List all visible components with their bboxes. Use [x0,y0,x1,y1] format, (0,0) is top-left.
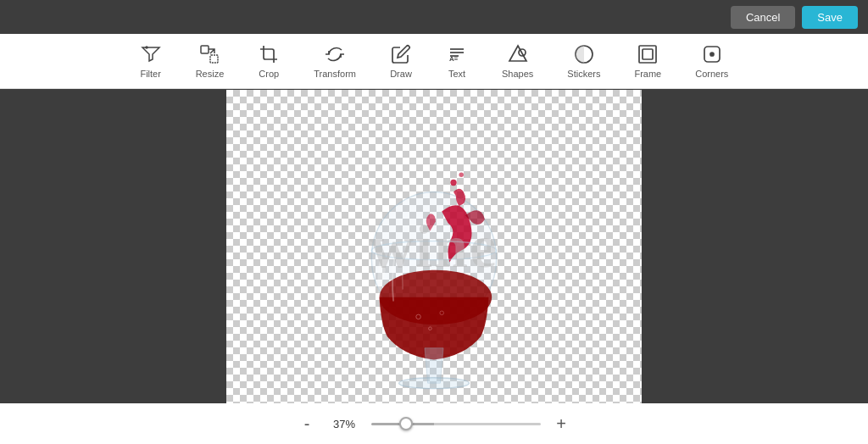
text-icon: A≡ [446,43,468,65]
stickers-icon [573,43,595,65]
svg-point-0 [146,47,147,48]
svg-point-16 [450,179,456,185]
image-container: wine [226,90,642,403]
tool-frame[interactable]: Frame [629,40,666,82]
frame-label: Frame [634,69,661,79]
tool-transform[interactable]: Transform [309,40,361,82]
resize-icon [198,43,220,65]
corners-label: Corners [695,69,728,79]
draw-icon [390,43,412,65]
resize-label: Resize [196,69,225,79]
canvas-area: wine [0,89,868,403]
wine-image [226,90,642,403]
tool-text[interactable]: A≡ Text [441,40,473,82]
svg-point-13 [710,53,714,56]
stickers-label: Stickers [567,69,600,79]
svg-rect-11 [643,49,653,59]
tool-crop[interactable]: Crop [253,40,285,82]
filter-icon [140,43,162,65]
zoom-bar: - 37% + [0,403,868,444]
tool-filter[interactable]: Filter [135,40,167,82]
svg-marker-7 [509,46,526,61]
tool-corners[interactable]: Corners [690,40,733,82]
svg-rect-2 [210,55,218,63]
tool-resize[interactable]: Resize [191,40,230,82]
filter-label: Filter [140,69,160,79]
svg-rect-1 [201,46,209,53]
text-label: Text [448,69,465,79]
crop-label: Crop [259,69,279,79]
tool-stickers[interactable]: Stickers [562,40,605,82]
shapes-label: Shapes [502,69,533,79]
top-bar: Cancel Save [0,0,868,34]
zoom-slider-container [371,423,541,425]
tool-shapes[interactable]: Shapes [497,40,538,82]
zoom-value: 37% [327,418,361,430]
toolbar: Filter Resize Crop [0,34,868,89]
corners-icon [701,43,723,65]
cancel-button[interactable]: Cancel [731,6,795,29]
save-button[interactable]: Save [802,6,858,29]
zoom-in-button[interactable]: + [551,413,571,434]
svg-rect-10 [639,46,656,63]
crop-icon [258,43,280,65]
svg-point-19 [399,377,470,388]
transform-icon [324,43,346,65]
svg-point-17 [459,172,464,177]
tool-draw[interactable]: Draw [385,40,417,82]
shapes-icon [507,43,529,65]
frame-icon [637,43,659,65]
zoom-slider[interactable] [371,423,541,425]
svg-text:A≡: A≡ [449,55,459,63]
zoom-out-button[interactable]: - [297,413,317,434]
draw-label: Draw [390,69,412,79]
transform-label: Transform [314,69,356,79]
